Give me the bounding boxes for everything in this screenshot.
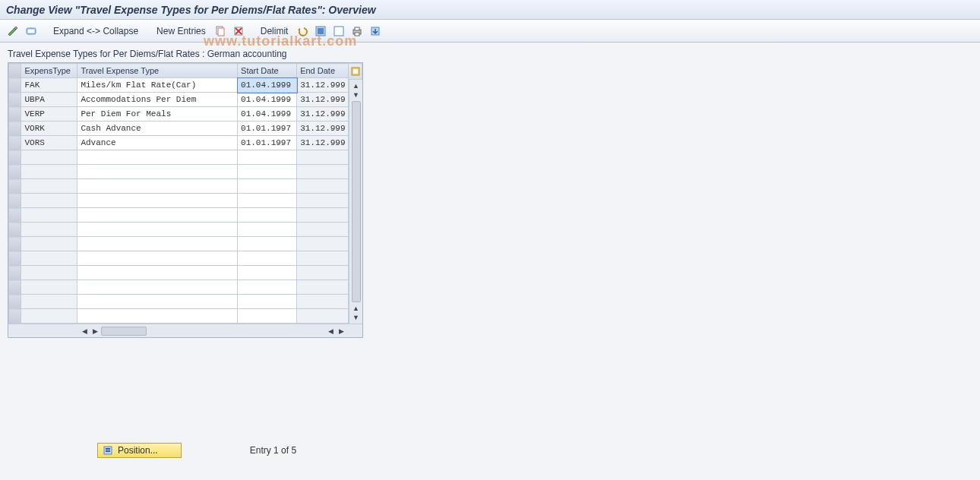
- delimit-button[interactable]: Delimit: [258, 24, 292, 38]
- copy-icon[interactable]: [213, 24, 227, 38]
- row-selector[interactable]: [9, 107, 21, 122]
- cell-expenstype[interactable]: VERP: [21, 107, 77, 122]
- cell-empty[interactable]: [21, 295, 77, 309]
- cell-empty[interactable]: [77, 295, 238, 309]
- cell-empty[interactable]: [77, 237, 238, 251]
- cell-empty[interactable]: [238, 150, 297, 165]
- cell-empty[interactable]: [238, 295, 297, 309]
- cell-empty[interactable]: [238, 309, 297, 324]
- cell-empty[interactable]: [21, 251, 77, 266]
- cell-travel-expense-type[interactable]: Advance: [77, 136, 238, 150]
- cell-start-date[interactable]: 01.01.1997: [238, 122, 297, 136]
- hscroll-left-icon[interactable]: ◀: [80, 327, 89, 336]
- cell-empty[interactable]: [21, 208, 77, 223]
- cell-empty[interactable]: [21, 237, 77, 251]
- horizontal-scrollbar[interactable]: ◀ ▶ ◀ ▶: [8, 324, 362, 337]
- undo-icon[interactable]: [296, 24, 309, 38]
- cell-end-date[interactable]: 31.12.999: [297, 136, 349, 150]
- cell-travel-expense-type[interactable]: Per Diem For Meals: [77, 107, 238, 122]
- hscroll-thumb[interactable]: [101, 327, 147, 336]
- hscroll-left-step-icon[interactable]: ◀: [326, 327, 335, 336]
- row-selector[interactable]: [9, 78, 21, 93]
- cell-travel-expense-type[interactable]: Cash Advance: [77, 122, 238, 136]
- cell-expenstype[interactable]: VORK: [21, 122, 77, 136]
- cell-empty[interactable]: [297, 251, 349, 266]
- new-entries-button[interactable]: New Entries: [153, 24, 209, 38]
- cell-empty[interactable]: [77, 150, 238, 165]
- cell-start-date[interactable]: 01.04.1999: [238, 78, 297, 93]
- row-selector[interactable]: [9, 251, 21, 266]
- cell-empty[interactable]: [77, 266, 238, 280]
- cell-empty[interactable]: [77, 179, 238, 194]
- cell-empty[interactable]: [238, 223, 297, 237]
- cell-empty[interactable]: [238, 179, 297, 194]
- scroll-thumb[interactable]: [352, 101, 361, 302]
- cell-empty[interactable]: [297, 309, 349, 324]
- toggle-edit-icon[interactable]: [6, 24, 20, 38]
- cell-empty[interactable]: [21, 165, 77, 179]
- col-travel-expense-type[interactable]: Travel Expense Type: [77, 64, 238, 78]
- cell-empty[interactable]: [77, 194, 238, 208]
- cell-start-date[interactable]: 01.04.1999: [238, 93, 297, 107]
- cell-empty[interactable]: [21, 179, 77, 194]
- deselect-all-icon[interactable]: [332, 24, 346, 38]
- hscroll-right-icon[interactable]: ▶: [337, 327, 346, 336]
- cell-empty[interactable]: [21, 150, 77, 165]
- row-selector[interactable]: [9, 179, 21, 194]
- position-button[interactable]: Position...: [97, 443, 182, 458]
- row-selector[interactable]: [9, 295, 21, 309]
- cell-empty[interactable]: [77, 165, 238, 179]
- cell-empty[interactable]: [297, 237, 349, 251]
- cell-empty[interactable]: [297, 194, 349, 208]
- cell-empty[interactable]: [238, 237, 297, 251]
- cell-empty[interactable]: [21, 280, 77, 295]
- other-view-icon[interactable]: [24, 24, 38, 38]
- row-selector-header[interactable]: [9, 64, 21, 78]
- cell-empty[interactable]: [238, 165, 297, 179]
- cell-end-date[interactable]: 31.12.999: [297, 93, 349, 107]
- row-selector[interactable]: [9, 266, 21, 280]
- cell-empty[interactable]: [238, 280, 297, 295]
- row-selector[interactable]: [9, 223, 21, 237]
- cell-empty[interactable]: [297, 179, 349, 194]
- row-selector[interactable]: [9, 136, 21, 150]
- cell-empty[interactable]: [297, 150, 349, 165]
- expand-collapse-button[interactable]: Expand <-> Collapse: [50, 24, 141, 38]
- row-selector[interactable]: [9, 280, 21, 295]
- scroll-down-step-icon[interactable]: ▼: [352, 90, 361, 99]
- select-all-icon[interactable]: [314, 24, 327, 38]
- scroll-up-icon[interactable]: ▲: [352, 81, 361, 90]
- hscroll-right-step-icon[interactable]: ▶: [90, 327, 100, 336]
- cell-empty[interactable]: [77, 251, 238, 266]
- cell-empty[interactable]: [297, 266, 349, 280]
- cell-start-date[interactable]: 01.01.1997: [238, 136, 297, 150]
- cell-empty[interactable]: [297, 223, 349, 237]
- row-selector[interactable]: [9, 150, 21, 165]
- cell-empty[interactable]: [21, 223, 77, 237]
- cell-empty[interactable]: [238, 194, 297, 208]
- cell-empty[interactable]: [21, 194, 77, 208]
- row-selector[interactable]: [9, 309, 21, 324]
- scroll-up-step-icon[interactable]: ▲: [352, 304, 361, 313]
- scroll-down-icon[interactable]: ▼: [352, 313, 361, 322]
- cell-travel-expense-type[interactable]: Accommodations Per Diem: [77, 93, 238, 107]
- cell-empty[interactable]: [238, 208, 297, 223]
- cell-empty[interactable]: [297, 280, 349, 295]
- row-selector[interactable]: [9, 208, 21, 223]
- row-selector[interactable]: [9, 93, 21, 107]
- cell-empty[interactable]: [297, 165, 349, 179]
- cell-expenstype[interactable]: UBPA: [21, 93, 77, 107]
- cell-empty[interactable]: [21, 309, 77, 324]
- col-start-date[interactable]: Start Date: [238, 64, 297, 78]
- row-selector[interactable]: [9, 194, 21, 208]
- cell-empty[interactable]: [77, 309, 238, 324]
- cell-end-date[interactable]: 31.12.999: [297, 122, 349, 136]
- row-selector[interactable]: [9, 165, 21, 179]
- cell-empty[interactable]: [77, 280, 238, 295]
- cell-empty[interactable]: [297, 295, 349, 309]
- cell-empty[interactable]: [77, 208, 238, 223]
- cell-travel-expense-type[interactable]: Miles/km Flat Rate(Car): [77, 78, 238, 93]
- col-end-date[interactable]: End Date: [297, 64, 349, 78]
- cell-empty[interactable]: [77, 223, 238, 237]
- cell-start-date[interactable]: 01.04.1999: [238, 107, 297, 122]
